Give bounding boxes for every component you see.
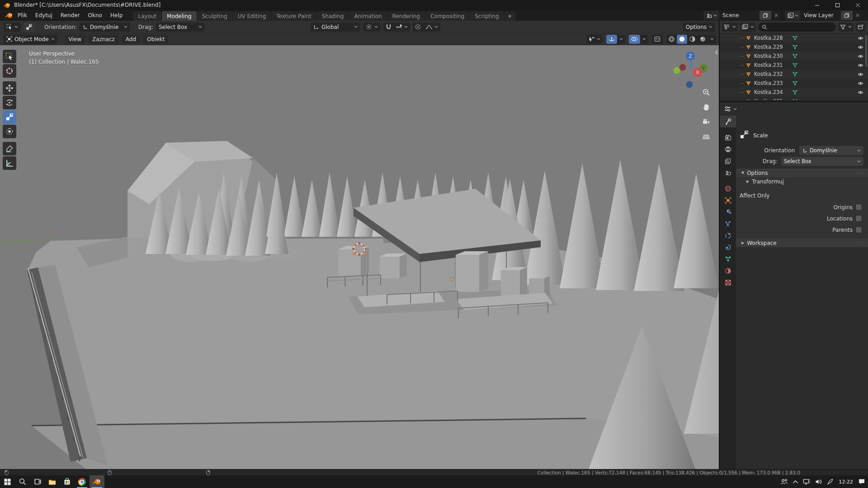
scene-new-button[interactable] bbox=[760, 11, 771, 20]
transform-tool[interactable] bbox=[3, 125, 16, 138]
people-icon[interactable] bbox=[780, 479, 788, 485]
view-layer-name[interactable]: View Layer bbox=[800, 12, 841, 19]
options-panel-header[interactable]: ▼ Options :::: bbox=[736, 169, 868, 177]
menu-okno[interactable]: Okno bbox=[84, 10, 106, 21]
blender-taskbar-button[interactable] bbox=[90, 475, 104, 488]
microsoft-store-button[interactable] bbox=[60, 475, 75, 488]
outliner-row-kostka-234[interactable]: Kostka.234 bbox=[720, 88, 868, 97]
tab-uv-editing[interactable]: UV Editing bbox=[233, 11, 271, 21]
action-center-icon[interactable] bbox=[858, 479, 865, 485]
blender-app-icon[interactable] bbox=[5, 12, 14, 19]
cursor-tool[interactable] bbox=[3, 64, 16, 78]
active-tool-selector[interactable] bbox=[4, 23, 21, 32]
menu-add[interactable]: Add bbox=[122, 35, 140, 44]
shading-wireframe-button[interactable] bbox=[666, 35, 677, 44]
navigation-gizmo[interactable]: Z Y X bbox=[665, 47, 715, 92]
taskbar-clock[interactable]: 12:22 bbox=[838, 479, 854, 485]
taskbar-search-button[interactable] bbox=[15, 475, 30, 488]
pen-icon[interactable] bbox=[827, 479, 834, 485]
locations-checkbox[interactable] bbox=[855, 215, 862, 222]
minimize-button[interactable] bbox=[807, 0, 827, 10]
zoom-button[interactable] bbox=[701, 87, 712, 98]
tab-object[interactable] bbox=[720, 194, 736, 206]
hide-eye-icon[interactable] bbox=[858, 99, 863, 100]
ortho-toggle-button[interactable] bbox=[701, 131, 712, 142]
snap-toggle[interactable] bbox=[383, 23, 394, 32]
tab-shading[interactable]: Shading bbox=[317, 11, 349, 21]
tool-icon-button[interactable] bbox=[24, 23, 34, 32]
tab-output[interactable] bbox=[720, 143, 736, 155]
transform-subpanel-header[interactable]: ▼ Transformuj bbox=[746, 178, 784, 185]
view-layer-new-button[interactable] bbox=[841, 11, 853, 20]
proportional-falloff-dropdown[interactable] bbox=[423, 23, 440, 32]
parents-checkbox[interactable] bbox=[855, 226, 862, 233]
outliner-row-kostka-229[interactable]: Kostka.229 bbox=[720, 42, 868, 52]
volume-icon[interactable] bbox=[815, 479, 822, 485]
tab-layout[interactable]: Layout bbox=[133, 11, 161, 21]
file-explorer-button[interactable] bbox=[45, 475, 60, 488]
tab-tool[interactable] bbox=[720, 116, 736, 127]
tab-scripting[interactable]: Scripting bbox=[470, 11, 504, 21]
new-collection-button[interactable] bbox=[856, 23, 866, 32]
rotate-tool[interactable] bbox=[3, 96, 16, 109]
start-button[interactable] bbox=[0, 475, 15, 488]
outliner-row-kostka-231[interactable]: Kostka.231 bbox=[720, 61, 868, 70]
gizmo-toggle[interactable] bbox=[606, 35, 617, 44]
drag-dropdown[interactable]: Select Box bbox=[156, 23, 205, 32]
tab-object-data[interactable] bbox=[720, 253, 736, 265]
menu-obiekt[interactable]: Obiekt bbox=[143, 35, 169, 44]
view-layer-remove-button[interactable] bbox=[853, 11, 863, 20]
hidden-icons-chevron[interactable] bbox=[793, 480, 798, 484]
outliner-row-kostka-232[interactable]: Kostka.232 bbox=[720, 70, 868, 79]
scene-browse-button[interactable] bbox=[703, 11, 719, 20]
props-orientation-dropdown[interactable]: Domyślnie bbox=[799, 146, 863, 155]
shading-material-button[interactable] bbox=[687, 35, 698, 44]
menu-zaznacz[interactable]: Zaznacz bbox=[88, 35, 119, 44]
outliner-row-kostka-228[interactable]: Kostka.228 bbox=[720, 33, 868, 42]
network-icon[interactable] bbox=[803, 479, 811, 485]
shading-rendered-button[interactable] bbox=[698, 35, 708, 44]
pivot-point-dropdown[interactable] bbox=[363, 23, 381, 32]
proportional-edit-toggle[interactable] bbox=[413, 23, 423, 32]
hide-eye-icon[interactable] bbox=[858, 80, 863, 86]
pan-button[interactable] bbox=[701, 102, 712, 113]
outliner-editor-type-button[interactable] bbox=[722, 23, 738, 32]
tab-scene[interactable] bbox=[720, 167, 736, 178]
camera-view-button[interactable] bbox=[701, 117, 712, 127]
mode-dropdown[interactable]: Object Mode bbox=[4, 35, 57, 44]
shading-solid-button[interactable] bbox=[677, 35, 687, 44]
tab-modeling[interactable]: Modeling bbox=[162, 11, 197, 21]
outliner-filter-button[interactable] bbox=[838, 23, 854, 32]
outliner-display-mode-button[interactable] bbox=[740, 23, 756, 32]
view-layer-browse-button[interactable] bbox=[785, 11, 800, 20]
tab-animation[interactable]: Animation bbox=[349, 11, 387, 21]
origins-checkbox[interactable] bbox=[855, 204, 862, 211]
maximize-button[interactable] bbox=[827, 0, 848, 10]
tab-rendering[interactable]: Rendering bbox=[387, 11, 425, 21]
hide-eye-icon[interactable] bbox=[858, 53, 863, 59]
close-button[interactable] bbox=[848, 0, 868, 10]
annotate-tool[interactable] bbox=[3, 142, 16, 155]
workspace-panel-header[interactable]: ▶ Workspace :::: bbox=[736, 239, 868, 247]
hide-eye-icon[interactable] bbox=[858, 62, 863, 68]
tab-compositing[interactable]: Compositing bbox=[425, 11, 469, 21]
scene-unlink-button[interactable] bbox=[771, 11, 781, 20]
outliner-search-input[interactable] bbox=[758, 23, 836, 32]
transform-orientation-dropdown[interactable]: Global bbox=[311, 23, 360, 32]
hide-eye-icon[interactable] bbox=[858, 35, 863, 41]
scene-name[interactable]: Scene bbox=[719, 12, 760, 19]
tab-particles[interactable] bbox=[720, 218, 736, 230]
move-tool[interactable] bbox=[3, 81, 16, 95]
overlays-toggle[interactable] bbox=[629, 35, 640, 44]
overlays-dropdown[interactable] bbox=[640, 35, 648, 44]
measure-tool[interactable] bbox=[3, 156, 16, 170]
properties-editor-type-button[interactable] bbox=[722, 104, 739, 113]
menu-help[interactable]: Help bbox=[106, 10, 127, 21]
tab-material[interactable] bbox=[720, 265, 736, 277]
hide-eye-icon[interactable] bbox=[858, 44, 863, 50]
tab-modifiers[interactable] bbox=[720, 206, 736, 218]
tab-texture-paint[interactable]: Texture Paint bbox=[271, 11, 316, 21]
menu-render[interactable]: Render bbox=[57, 10, 84, 21]
tab-physics[interactable] bbox=[720, 230, 736, 241]
scale-tool[interactable] bbox=[3, 110, 16, 124]
